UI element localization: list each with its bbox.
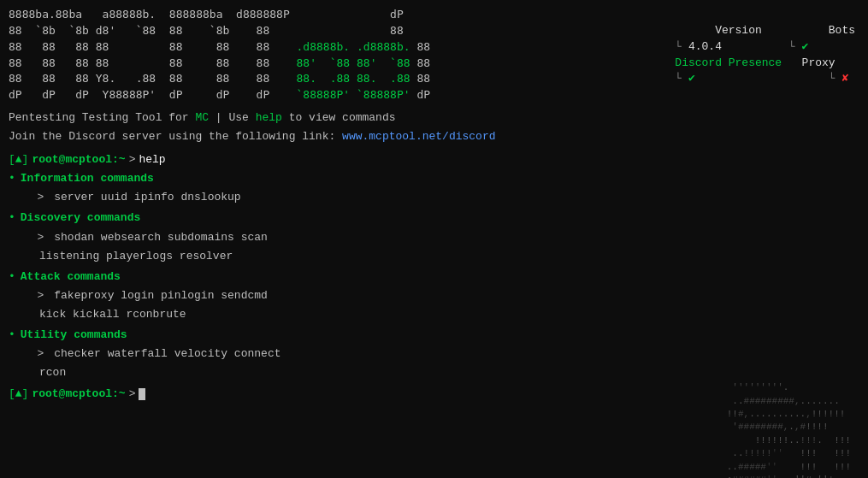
help-label: help (256, 111, 282, 124)
proxy-cross: ✘ (841, 72, 848, 85)
intro-end: to view commands (282, 111, 396, 124)
section-discovery: •Discovery commands > shodan websearch s… (9, 209, 859, 265)
prompt-cmd-1: help (139, 153, 165, 166)
spacer (762, 24, 829, 37)
prompt-user-2: root@mcptool:~ (32, 387, 125, 400)
version-value: 4.0.4 (688, 40, 722, 53)
discord-presence-label: Discord Presence (675, 56, 782, 69)
spacer3 (782, 56, 801, 69)
category-discovery: Discovery commands (21, 211, 140, 224)
spacer2 (722, 40, 788, 53)
bullet-discovery: • (9, 211, 15, 224)
category-utility: Utility commands (21, 328, 127, 341)
bullet-info: • (9, 172, 15, 185)
header-area: 8888ba.88ba a88888b. 888888ba d888888P d… (9, 7, 859, 103)
intro-section: Pentesting Testing Tool for MC | Use hel… (9, 109, 859, 146)
prompt-gt-2: > (129, 387, 136, 400)
terminal-cursor (139, 388, 145, 400)
prompt-bracket-1: [▲] (9, 153, 28, 166)
prompt-bracket-2: [▲] (9, 387, 28, 400)
commands-list: •Information commands > server uuid ipin… (9, 169, 859, 382)
ascii-decoration: '''''''''. ..#########,....... !!#,.....… (721, 381, 851, 478)
section-attack: •Attack commands > fakeproxy login pinlo… (9, 268, 859, 324)
cmd-utility-line1: > checker waterfall velocity connect (24, 347, 280, 360)
section-information: •Information commands > server uuid ipin… (9, 169, 859, 207)
cmd-attack-line2: kick kickall rconbrute (39, 308, 186, 321)
cmd-discovery-line1: > shodan websearch subdomains scan (24, 231, 268, 244)
discord-text: Join the Discord server using the follow… (9, 130, 342, 143)
version-status-block: Version Bots └ 4.0.4 └ ✔ Discord Presenc… (675, 7, 855, 103)
bullet-utility: • (9, 328, 15, 341)
bots-label: Bots (829, 24, 855, 37)
discord-link[interactable]: www.mcptool.net/discord (342, 130, 495, 143)
cmd-discovery-line2: listening playerlogs resolver (39, 250, 233, 263)
prompt-gt-1: > (129, 153, 136, 166)
commands-area: •Information commands > server uuid ipin… (9, 169, 859, 382)
category-information: Information commands (21, 172, 154, 185)
intro-use: Use (228, 111, 255, 124)
version-label: Version (715, 24, 762, 37)
cmd-info-line: > server uuid ipinfo dnslookup (24, 191, 241, 204)
cmd-utility-line2: rcon (39, 366, 66, 379)
intro-text-1: Pentesting Testing Tool for (9, 111, 195, 124)
prompt-user-1: root@mcptool:~ (32, 153, 125, 166)
proxy-label: Proxy (802, 56, 836, 69)
intro-sep: | (209, 111, 228, 124)
prompt-line-1: [▲] root@mcptool:~ > help (9, 153, 859, 166)
category-attack: Attack commands (21, 270, 121, 283)
mc-label: MC (195, 111, 209, 124)
terminal-window: 8888ba.88ba a88888b. 888888ba d888888P d… (0, 0, 868, 410)
bullet-attack: • (9, 270, 15, 283)
discord-check: ✔ (688, 72, 695, 85)
section-utility: •Utility commands > checker waterfall ve… (9, 326, 859, 382)
cmd-attack-line1: > fakeproxy login pinlogin sendcmd (24, 289, 268, 302)
spacer4 (695, 72, 829, 85)
version-arrow: └ (675, 40, 688, 53)
bots-check: ✔ (802, 40, 809, 53)
